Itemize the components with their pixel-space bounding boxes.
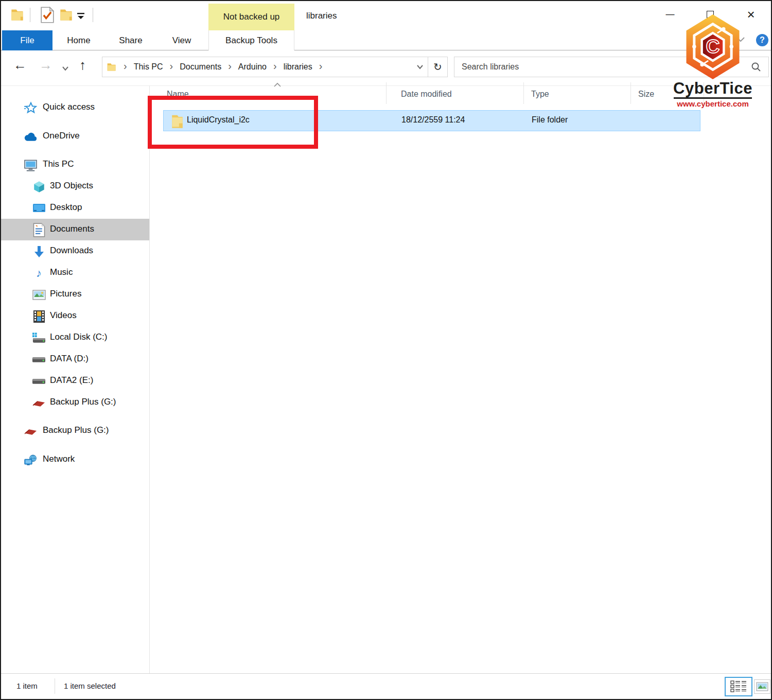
- sidebar-item-label: DATA2 (E:): [50, 375, 93, 386]
- sidebar-item-label: Quick access: [43, 102, 95, 112]
- sidebar-item-videos[interactable]: Videos: [1, 305, 149, 327]
- title-bar: Not backed up libraries — ×: [1, 1, 771, 30]
- videos-film-icon: [32, 309, 46, 323]
- tab-label: File: [20, 36, 34, 46]
- file-row-liquidcrystal-i2c[interactable]: LiquidCrystal_i2c 18/12/2559 11:24 File …: [163, 110, 700, 131]
- tab-file[interactable]: File: [2, 30, 52, 50]
- sidebar-item-label: Backup Plus (G:): [43, 425, 109, 435]
- ribbon-tab-row: File Home Share View Backup Tools: [1, 30, 771, 50]
- file-explorer-window: Not backed up libraries — × File Home Sh…: [0, 0, 772, 700]
- status-divider: [55, 678, 55, 694]
- refresh-icon: ↻: [433, 61, 442, 73]
- tab-label: Home: [67, 36, 90, 46]
- navigation-bar: ← → ↑ › This PC › Documents › Arduino › …: [1, 50, 771, 86]
- breadcrumb-item-arduino[interactable]: Arduino: [236, 62, 269, 72]
- sort-ascending-icon: [273, 80, 282, 90]
- breadcrumb-separator-icon: ›: [165, 60, 178, 74]
- column-separator[interactable]: [630, 82, 631, 104]
- external-drive-red-icon: [24, 424, 38, 438]
- contextual-tab-group-text: Not backed up: [223, 12, 280, 22]
- qat-new-folder-icon[interactable]: [59, 8, 74, 24]
- refresh-button[interactable]: ↻: [428, 57, 448, 77]
- address-folder-icon: [107, 62, 117, 72]
- breadcrumb-item-this-pc[interactable]: This PC: [132, 62, 165, 72]
- breadcrumb-separator-icon: ›: [119, 60, 132, 74]
- downloads-arrow-icon: [32, 244, 46, 258]
- sidebar-item-downloads[interactable]: Downloads: [1, 240, 149, 262]
- column-separator[interactable]: [386, 82, 387, 104]
- tab-backup-tools[interactable]: Backup Tools: [208, 30, 294, 50]
- breadcrumb-separator-icon: ›: [269, 60, 282, 74]
- sidebar-item-label: Videos: [50, 310, 77, 321]
- sidebar-item-network[interactable]: Network: [1, 449, 149, 470]
- tab-label: Share: [119, 36, 142, 46]
- logo-url-text: www.cybertice.com: [670, 99, 756, 108]
- sidebar-item-pictures[interactable]: Pictures: [1, 284, 149, 305]
- column-separator[interactable]: [523, 82, 524, 104]
- sidebar-item-music[interactable]: ♪ Music: [1, 262, 149, 284]
- sidebar-item-3d-objects[interactable]: 3D Objects: [1, 176, 149, 197]
- thumbnails-view-button[interactable]: [754, 679, 770, 694]
- tab-home[interactable]: Home: [52, 30, 105, 50]
- contextual-tab-group-label: Not backed up: [208, 4, 294, 30]
- sidebar-item-local-disk-c[interactable]: Local Disk (C:): [1, 327, 149, 348]
- sidebar-item-data2-e[interactable]: DATA2 (E:): [1, 370, 149, 392]
- desktop-icon: [32, 201, 46, 215]
- quick-access-star-icon: [24, 101, 38, 115]
- column-header-type[interactable]: Type: [531, 90, 549, 99]
- file-name: LiquidCrystal_i2c: [187, 115, 250, 125]
- documents-icon: [32, 223, 46, 237]
- sidebar-item-label: Backup Plus (G:): [50, 397, 116, 407]
- help-icon: ?: [760, 36, 765, 45]
- 3d-objects-cube-icon: [32, 180, 46, 194]
- sidebar-item-label: Downloads: [50, 246, 93, 256]
- tab-label: Backup Tools: [225, 36, 277, 46]
- main-area: Quick access OneDrive This PC 3D Objects: [1, 86, 771, 673]
- qat-properties-icon[interactable]: [41, 7, 54, 25]
- breadcrumb-separator-icon: ›: [314, 60, 327, 74]
- sidebar-item-label: Network: [43, 454, 75, 464]
- external-drive-red-icon: [32, 396, 46, 410]
- selection-status: 1 item selected: [64, 681, 116, 690]
- sidebar-item-documents[interactable]: Documents: [1, 219, 149, 240]
- back-icon[interactable]: ←: [13, 58, 27, 72]
- tab-view[interactable]: View: [156, 30, 207, 50]
- help-button[interactable]: ?: [756, 34, 768, 46]
- recent-locations-chevron-icon[interactable]: [62, 64, 69, 73]
- sidebar-item-backup-plus-g-root[interactable]: Backup Plus (G:): [1, 420, 149, 442]
- sidebar-item-this-pc[interactable]: This PC: [1, 154, 149, 176]
- tab-label: View: [172, 36, 191, 46]
- pictures-icon: [32, 288, 46, 302]
- sidebar-item-label: DATA (D:): [50, 354, 89, 364]
- cybertice-monogram: C: [706, 36, 720, 57]
- pane-divider: [149, 86, 150, 675]
- onedrive-cloud-icon: [24, 130, 38, 144]
- sidebar-item-label: Music: [50, 267, 73, 277]
- logo-underline: [674, 97, 752, 99]
- file-type: File folder: [532, 115, 568, 125]
- sidebar-item-label: Documents: [50, 224, 94, 234]
- breadcrumb[interactable]: › This PC › Documents › Arduino › librar…: [102, 57, 428, 77]
- qat-explorer-folder-icon[interactable]: [10, 8, 25, 24]
- forward-icon[interactable]: →: [39, 58, 52, 72]
- breadcrumb-item-libraries[interactable]: libraries: [282, 62, 314, 72]
- details-view-icon: [730, 680, 747, 693]
- qat-customize-dropdown-icon[interactable]: [76, 12, 85, 22]
- column-header-name[interactable]: Name: [167, 90, 189, 99]
- breadcrumb-item-documents[interactable]: Documents: [178, 62, 223, 72]
- window-title: libraries: [306, 11, 337, 21]
- tab-share[interactable]: Share: [105, 30, 156, 50]
- cybertice-logo: C CyberTice www.cybertice.com: [670, 14, 756, 108]
- breadcrumb-separator-icon: ›: [223, 60, 236, 74]
- column-header-date-modified[interactable]: Date modified: [401, 90, 452, 99]
- sidebar-item-data-d[interactable]: DATA (D:): [1, 348, 149, 370]
- sidebar-item-backup-plus-g[interactable]: Backup Plus (G:): [1, 392, 149, 413]
- sidebar-item-onedrive[interactable]: OneDrive: [1, 126, 149, 147]
- up-icon[interactable]: ↑: [79, 58, 86, 72]
- sidebar-item-quick-access[interactable]: Quick access: [1, 97, 149, 118]
- file-date-modified: 18/12/2559 11:24: [401, 115, 465, 125]
- details-view-button[interactable]: [725, 677, 752, 696]
- address-dropdown-chevron-icon[interactable]: [416, 64, 424, 69]
- sidebar-item-desktop[interactable]: Desktop: [1, 197, 149, 219]
- column-header-size[interactable]: Size: [638, 90, 654, 99]
